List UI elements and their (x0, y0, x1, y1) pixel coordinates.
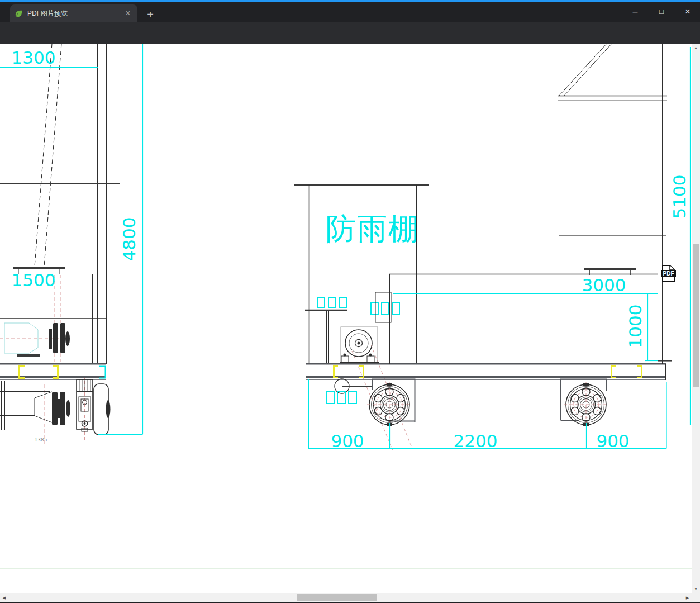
pdf-preview-page: 防雨棚 (0, 44, 692, 593)
dim-1000: 1000 (625, 305, 645, 349)
dim-4800: 4800 (119, 217, 139, 262)
dim-3000: 3000 (582, 275, 626, 295)
dimensions: 1300 4800 1500 1385 900 2200 900 3000 10… (0, 44, 691, 451)
new-tab-button[interactable]: + (143, 7, 158, 22)
dim-900-rear: 900 (596, 431, 629, 451)
scroll-left-icon[interactable]: ◀ (0, 593, 8, 602)
scroll-down-icon[interactable]: ▼ (692, 585, 700, 593)
shelter-label: 防雨棚 (326, 211, 420, 246)
motor (340, 327, 379, 363)
dim-900-front: 900 (331, 431, 364, 451)
horizontal-scroll-thumb[interactable] (297, 594, 377, 601)
vertical-scrollbar[interactable]: ▲ ▼ (692, 44, 700, 593)
right-frame (558, 44, 667, 364)
wheel-front (367, 382, 412, 427)
window-minimize-button[interactable]: – (626, 3, 645, 20)
scroll-up-icon[interactable]: ▲ (692, 44, 700, 52)
pdf-badge-label: PDF (663, 270, 674, 277)
pdf-download-button[interactable]: PDF (661, 265, 676, 282)
left-view (0, 44, 120, 435)
titlebar: PDF图片预览 × + – □ × (0, 2, 700, 22)
scroll-right-icon[interactable]: ▶ (683, 593, 692, 602)
dim-1300: 1300 (12, 48, 56, 68)
dim-2200: 2200 (454, 431, 498, 451)
tab-title: PDF图片预览 (27, 9, 123, 18)
tab-close-icon[interactable]: × (123, 8, 133, 18)
browser-toolbar: ← → ⟳ ⌂ ⓘ localhost:8012/onlinePreview?u… (0, 22, 700, 44)
dim-1385: 1385 (35, 437, 47, 443)
cad-drawing: 防雨棚 (0, 44, 692, 593)
window-maximize-button[interactable]: □ (652, 3, 671, 20)
window-close-button[interactable]: × (678, 3, 697, 20)
dim-1500: 1500 (12, 270, 56, 290)
center-view: 防雨棚 (294, 185, 672, 427)
browser-tab[interactable]: PDF图片预览 × (10, 4, 137, 22)
spring-leaf-favicon (15, 10, 23, 18)
vertical-scroll-thumb[interactable] (693, 244, 699, 387)
horizontal-scrollbar[interactable]: ◀ ▶ (0, 593, 692, 602)
dim-5100: 5100 (669, 175, 689, 219)
